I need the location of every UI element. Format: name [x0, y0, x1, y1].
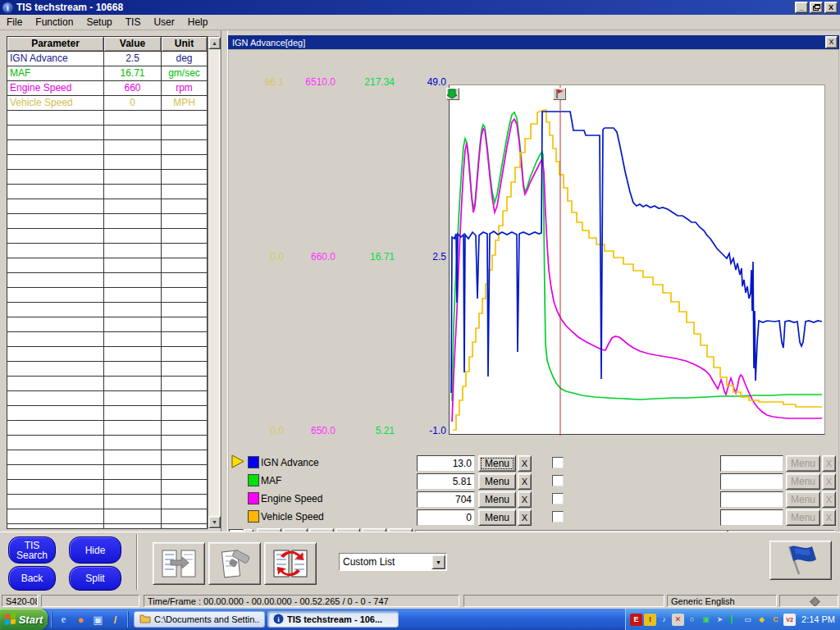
table-row-empty[interactable]: [7, 332, 207, 347]
series-close-button[interactable]: X: [518, 455, 532, 472]
menu-help[interactable]: Help: [181, 15, 215, 30]
series-close-button[interactable]: X: [518, 491, 532, 508]
split-button[interactable]: Split: [69, 566, 121, 591]
series-value-field[interactable]: 0: [417, 509, 475, 526]
record-list-button[interactable]: [208, 542, 261, 585]
cursor-flag-icon[interactable]: [553, 88, 566, 100]
column-header-unit[interactable]: Unit: [162, 37, 207, 52]
scroll-down-button[interactable]: ▼: [208, 516, 221, 528]
table-row-empty[interactable]: [7, 421, 207, 436]
table-row-empty[interactable]: [7, 126, 207, 140]
aux-value-field[interactable]: [720, 455, 783, 472]
explorer-icon[interactable]: ▣: [91, 613, 105, 627]
list-selector-dropdown[interactable]: Custom List ▼: [339, 553, 447, 571]
table-row-empty[interactable]: [7, 258, 207, 273]
series-value-field[interactable]: 13.0: [417, 455, 475, 472]
taskbar-task-active[interactable]: iTIS techstream - 106...: [267, 611, 399, 628]
table-row-empty[interactable]: [7, 406, 207, 421]
msn-diamond-icon[interactable]: ◆: [756, 614, 768, 626]
security-alert-icon[interactable]: !: [644, 614, 656, 626]
table-row-empty[interactable]: [7, 140, 207, 155]
network-offline-icon[interactable]: ✕: [672, 614, 684, 626]
plot-area[interactable]: [449, 84, 825, 435]
volume-icon[interactable]: ♪: [658, 614, 670, 626]
table-row-empty[interactable]: [7, 317, 207, 332]
v2-icon[interactable]: V2: [783, 614, 796, 626]
table-row-empty[interactable]: [7, 377, 207, 391]
table-row[interactable]: IGN Advance2.5deg: [7, 52, 207, 66]
menu-file[interactable]: File: [0, 15, 29, 30]
series-checkbox[interactable]: [552, 493, 564, 504]
table-row-empty[interactable]: [7, 273, 207, 288]
table-row-empty[interactable]: [7, 214, 207, 229]
aux-value-field[interactable]: [720, 509, 783, 526]
scroll-up-button[interactable]: ▲: [208, 37, 221, 49]
taskbar-task-inactive[interactable]: C:\Documents and Settin...: [134, 611, 265, 628]
table-row-empty[interactable]: [7, 199, 207, 214]
dropdown-arrow-icon[interactable]: ▼: [431, 555, 445, 569]
messenger-e-icon[interactable]: E: [630, 614, 642, 626]
series-close-button[interactable]: X: [518, 473, 532, 490]
swap-list-button[interactable]: [264, 542, 317, 585]
power-c-icon[interactable]: C: [769, 614, 782, 626]
menu-function[interactable]: Function: [29, 15, 80, 30]
aux-value-field[interactable]: [720, 473, 783, 490]
series-value-field[interactable]: 704: [417, 491, 475, 508]
table-row-empty[interactable]: [7, 347, 207, 362]
firefox-icon[interactable]: ●: [74, 613, 88, 627]
table-row[interactable]: Vehicle Speed0MPH: [7, 96, 207, 111]
table-row[interactable]: Engine Speed660rpm: [7, 81, 207, 96]
start-marker-icon[interactable]: [446, 88, 459, 100]
wand-icon[interactable]: /: [108, 613, 122, 627]
start-button[interactable]: Start: [0, 609, 48, 630]
minimize-button[interactable]: _: [795, 2, 808, 13]
table-row[interactable]: MAF16.71gm/sec: [7, 66, 207, 81]
table-row-empty[interactable]: [7, 524, 207, 529]
signal-strength-icon[interactable]: ▎: [728, 614, 740, 626]
table-row-empty[interactable]: [7, 244, 207, 258]
menu-user[interactable]: User: [147, 15, 180, 30]
close-button[interactable]: X: [824, 2, 838, 13]
series-menu-button[interactable]: Menu: [478, 491, 516, 508]
table-scrollbar[interactable]: ▲ ▼: [208, 36, 220, 529]
hide-button[interactable]: Hide: [69, 536, 121, 564]
table-row-empty[interactable]: [7, 170, 207, 185]
display-icon[interactable]: ▭: [742, 614, 754, 626]
column-header-value[interactable]: Value: [104, 37, 162, 52]
table-row-empty[interactable]: [7, 303, 207, 317]
menu-tis[interactable]: TIS: [119, 15, 148, 30]
series-menu-button[interactable]: Menu: [478, 455, 516, 472]
restore-button[interactable]: [810, 2, 823, 13]
table-row-empty[interactable]: [7, 288, 207, 303]
ie-icon[interactable]: e: [57, 613, 71, 627]
table-row-empty[interactable]: [7, 362, 207, 377]
flag-button[interactable]: [769, 541, 832, 580]
series-value-field[interactable]: 5.81: [417, 473, 475, 490]
chart-close-button[interactable]: X: [825, 36, 838, 48]
column-header-parameter[interactable]: Parameter: [7, 37, 104, 52]
table-row-empty[interactable]: [7, 465, 207, 480]
pointer-device-icon[interactable]: ➤: [714, 614, 726, 626]
table-row-empty[interactable]: [7, 185, 207, 199]
series-menu-button[interactable]: Menu: [478, 509, 516, 526]
table-row-empty[interactable]: [7, 495, 207, 509]
series-menu-button[interactable]: Menu: [478, 473, 516, 490]
copy-list-button[interactable]: [153, 542, 205, 585]
table-row-empty[interactable]: [7, 509, 207, 524]
table-row-empty[interactable]: [7, 480, 207, 495]
tis-search-button[interactable]: TIS Search: [8, 536, 56, 564]
table-row-empty[interactable]: [7, 436, 207, 450]
table-row-empty[interactable]: [7, 450, 207, 465]
table-row-empty[interactable]: [7, 229, 207, 244]
series-checkbox[interactable]: [552, 475, 564, 486]
series-checkbox[interactable]: [552, 457, 564, 468]
menu-setup[interactable]: Setup: [80, 15, 118, 30]
scheduler-icon[interactable]: ○: [686, 614, 698, 626]
series-close-button[interactable]: X: [518, 509, 532, 526]
aux-value-field[interactable]: [720, 491, 783, 508]
back-button[interactable]: Back: [8, 566, 56, 591]
table-row-empty[interactable]: [7, 111, 207, 126]
series-checkbox[interactable]: [552, 511, 564, 523]
green-tool-icon[interactable]: ▣: [700, 614, 712, 626]
table-row-empty[interactable]: [7, 155, 207, 170]
